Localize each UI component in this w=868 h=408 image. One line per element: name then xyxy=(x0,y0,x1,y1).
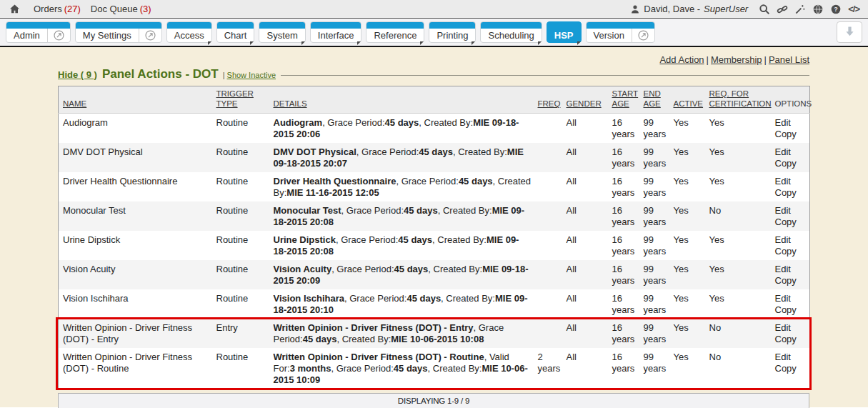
cell-start-age: 16 years xyxy=(608,231,639,260)
cell-details: DMV DOT Physical, Grace Period:45 days, … xyxy=(269,143,534,172)
cell-active: Yes xyxy=(669,172,705,201)
edit-link[interactable]: Edit xyxy=(775,205,808,217)
popout-icon[interactable] xyxy=(139,29,161,41)
col-header-details[interactable]: DETAILS xyxy=(269,86,534,114)
show-inactive-link[interactable]: Show Inactive xyxy=(227,71,276,79)
wand-icon[interactable] xyxy=(794,4,806,15)
cell-details: Audiogram, Grace Period:45 days, Created… xyxy=(269,113,534,143)
user-icon xyxy=(630,4,640,14)
cell-freq xyxy=(534,289,562,319)
cell-active: Yes xyxy=(669,143,705,172)
top-bar-right: David, Dave - SuperUser ? </> xyxy=(630,4,859,15)
copy-link[interactable]: Copy xyxy=(775,275,808,287)
help-icon[interactable]: ? xyxy=(830,4,842,15)
cell-end-age: 99 years xyxy=(639,231,669,260)
tab-access[interactable]: Access xyxy=(166,21,212,43)
cell-freq xyxy=(534,231,562,260)
tab-label: System xyxy=(259,30,304,41)
orders-count: (27) xyxy=(64,4,81,14)
edit-link[interactable]: Edit xyxy=(775,352,808,363)
home-icon[interactable] xyxy=(9,4,21,14)
cell-gender: All xyxy=(562,289,608,319)
edit-link[interactable]: Edit xyxy=(775,293,808,304)
tab-version[interactable]: Version xyxy=(586,21,655,43)
cell-gender: All xyxy=(562,319,608,348)
orders-link[interactable]: Orders (27) xyxy=(34,4,81,14)
col-header-freq[interactable]: FREQ xyxy=(534,86,562,114)
tab-label: Access xyxy=(167,30,211,41)
page-title: Panel Actions - DOT xyxy=(102,67,219,81)
copy-link[interactable]: Copy xyxy=(775,246,808,257)
cell-freq xyxy=(534,172,562,201)
collapse-tabs-button[interactable] xyxy=(837,21,862,43)
top-bar: Orders (27) Doc Queue (3) David, Dave - … xyxy=(0,0,868,19)
copy-link[interactable]: Copy xyxy=(775,304,808,316)
panel-actions-table-wrap: NAME TRIGGER TYPE DETAILS FREQ GENDER ST… xyxy=(58,86,809,389)
tab-system[interactable]: System xyxy=(259,21,305,43)
cell-name: Written Opinion - Driver Fitness (DOT) -… xyxy=(59,319,212,348)
code-icon[interactable]: </> xyxy=(848,4,859,14)
cell-start-age: 16 years xyxy=(608,113,639,143)
edit-link[interactable]: Edit xyxy=(775,322,808,334)
table-row: Vision IschiharaRoutineVision Ischihara,… xyxy=(59,289,810,319)
col-header-req-for-certification[interactable]: REQ. FOR CERTIFICATION xyxy=(705,86,771,114)
col-header-trigger-type[interactable]: TRIGGER TYPE xyxy=(212,86,269,114)
tab-interface[interactable]: Interface xyxy=(310,21,362,43)
cell-options: EditCopy xyxy=(771,289,810,319)
tab-my-settings[interactable]: My Settings xyxy=(75,21,162,43)
table-row: Driver Health QuestionnaireRoutineDriver… xyxy=(59,172,810,201)
cell-end-age: 99 years xyxy=(639,260,669,289)
popout-icon[interactable] xyxy=(48,29,70,41)
col-header-end-age[interactable]: END AGE xyxy=(639,86,669,114)
table-row: AudiogramRoutineAudiogram, Grace Period:… xyxy=(59,113,810,143)
tab-reference[interactable]: Reference xyxy=(366,21,424,43)
tab-hsp[interactable]: HSP xyxy=(547,21,582,43)
add-action-link[interactable]: Add Action xyxy=(659,54,704,65)
edit-link[interactable]: Edit xyxy=(775,146,808,158)
table-row: Monocular TestRoutineMonocular Test, Gra… xyxy=(59,201,810,231)
cell-start-age: 16 years xyxy=(608,201,639,231)
col-header-gender[interactable]: GENDER xyxy=(562,86,608,114)
col-header-name[interactable]: NAME xyxy=(59,86,212,114)
cell-freq: 2 years xyxy=(534,348,562,389)
edit-link[interactable]: Edit xyxy=(775,117,808,129)
cell-end-age: 99 years xyxy=(639,113,669,143)
arrow-down-icon xyxy=(844,25,856,40)
cell-options: EditCopy xyxy=(771,231,810,260)
cell-options: EditCopy xyxy=(771,201,810,231)
cell-req-for-certification: Yes xyxy=(705,113,771,143)
tab-printing[interactable]: Printing xyxy=(429,21,476,43)
cell-req-for-certification: Yes xyxy=(705,143,771,172)
cell-name: Vision Acuity xyxy=(59,260,212,289)
col-header-start-age[interactable]: START AGE xyxy=(608,86,639,114)
tab-chart[interactable]: Chart xyxy=(216,21,255,43)
edit-link[interactable]: Edit xyxy=(775,264,808,275)
membership-link[interactable]: Membership xyxy=(711,54,762,65)
copy-link[interactable]: Copy xyxy=(775,217,808,228)
copy-link[interactable]: Copy xyxy=(775,129,808,140)
tab-admin[interactable]: Admin xyxy=(6,21,71,43)
edit-link[interactable]: Edit xyxy=(775,176,808,187)
copy-link[interactable]: Copy xyxy=(775,363,808,374)
panel-list-link[interactable]: Panel List xyxy=(769,54,809,65)
copy-link[interactable]: Copy xyxy=(775,158,808,169)
col-header-active[interactable]: ACTIVE xyxy=(669,86,705,114)
table-row: Written Opinion - Driver Fitness (DOT) -… xyxy=(59,348,810,389)
link-icon[interactable] xyxy=(777,4,788,15)
tab-label: Printing xyxy=(429,30,475,41)
current-user[interactable]: David, Dave - SuperUser xyxy=(630,4,748,14)
edit-link[interactable]: Edit xyxy=(775,234,808,246)
copy-link[interactable]: Copy xyxy=(775,334,808,345)
doc-queue-link[interactable]: Doc Queue (3) xyxy=(91,4,151,14)
tab-scheduling[interactable]: Scheduling xyxy=(480,21,542,43)
popout-icon[interactable] xyxy=(632,29,654,41)
table-row: Vision AcuityRoutineVision Acuity, Grace… xyxy=(59,260,810,289)
search-icon[interactable] xyxy=(759,4,770,15)
globe-icon[interactable] xyxy=(812,4,824,15)
copy-link[interactable]: Copy xyxy=(775,187,808,199)
doc-queue-count: (3) xyxy=(140,4,151,14)
cell-options: EditCopy xyxy=(771,172,810,201)
cell-active: Yes xyxy=(669,201,705,231)
cell-gender: All xyxy=(562,231,608,260)
hide-link[interactable]: Hide ( 9 ) xyxy=(58,69,97,80)
